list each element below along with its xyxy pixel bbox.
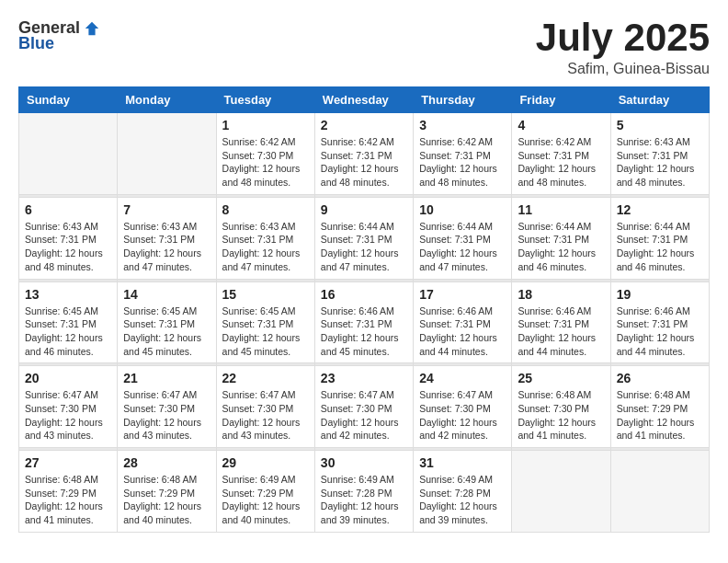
- weekday-header: Friday: [512, 87, 610, 113]
- page-header: General Blue July 2025 Safim, Guinea-Bis…: [18, 18, 710, 77]
- calendar-day-cell: 16Sunrise: 6:46 AMSunset: 7:31 PMDayligh…: [314, 282, 413, 363]
- calendar-day-cell: 22Sunrise: 6:47 AMSunset: 7:30 PMDayligh…: [216, 366, 314, 448]
- logo-icon: [84, 20, 100, 37]
- day-detail: Sunrise: 6:46 AMSunset: 7:31 PMDaylight:…: [419, 304, 506, 359]
- calendar-day-cell: 26Sunrise: 6:48 AMSunset: 7:29 PMDayligh…: [610, 366, 709, 448]
- day-number: 11: [518, 202, 604, 217]
- month-title: July 2025: [536, 18, 710, 57]
- day-detail: Sunrise: 6:44 AMSunset: 7:31 PMDaylight:…: [617, 220, 703, 274]
- day-number: 2: [321, 118, 407, 132]
- day-number: 12: [617, 202, 703, 217]
- calendar-day-cell: 19Sunrise: 6:46 AMSunset: 7:31 PMDayligh…: [610, 282, 709, 363]
- day-detail: Sunrise: 6:42 AMSunset: 7:30 PMDaylight:…: [222, 135, 309, 190]
- title-block: July 2025 Safim, Guinea-Bissau: [536, 18, 710, 77]
- day-detail: Sunrise: 6:44 AMSunset: 7:31 PMDaylight:…: [321, 220, 407, 274]
- day-detail: Sunrise: 6:48 AMSunset: 7:29 PMDaylight:…: [123, 473, 210, 527]
- day-detail: Sunrise: 6:42 AMSunset: 7:31 PMDaylight:…: [419, 135, 506, 190]
- calendar-day-cell: 18Sunrise: 6:46 AMSunset: 7:31 PMDayligh…: [512, 282, 610, 363]
- calendar-day-cell: 31Sunrise: 6:49 AMSunset: 7:28 PMDayligh…: [414, 451, 512, 533]
- logo: General Blue: [18, 18, 100, 53]
- calendar-day-cell: 7Sunrise: 6:43 AMSunset: 7:31 PMDaylight…: [118, 197, 216, 279]
- day-number: 1: [222, 118, 309, 132]
- calendar-day-cell: 4Sunrise: 6:42 AMSunset: 7:31 PMDaylight…: [512, 113, 610, 195]
- day-detail: Sunrise: 6:47 AMSunset: 7:30 PMDaylight:…: [321, 388, 407, 442]
- day-detail: Sunrise: 6:46 AMSunset: 7:31 PMDaylight:…: [617, 304, 703, 359]
- calendar-day-cell: 9Sunrise: 6:44 AMSunset: 7:31 PMDaylight…: [314, 197, 413, 279]
- day-number: 14: [123, 287, 210, 302]
- day-detail: Sunrise: 6:49 AMSunset: 7:28 PMDaylight:…: [321, 473, 407, 527]
- day-number: 21: [123, 371, 210, 385]
- calendar-header-row: SundayMondayTuesdayWednesdayThursdayFrid…: [19, 87, 710, 113]
- day-number: 17: [419, 287, 506, 302]
- weekday-header: Sunday: [19, 87, 118, 113]
- day-detail: Sunrise: 6:45 AMSunset: 7:31 PMDaylight:…: [25, 304, 111, 359]
- day-number: 20: [25, 371, 111, 385]
- calendar-day-cell: [610, 451, 709, 533]
- day-detail: Sunrise: 6:45 AMSunset: 7:31 PMDaylight:…: [123, 304, 210, 359]
- weekday-header: Monday: [118, 87, 216, 113]
- calendar-day-cell: 12Sunrise: 6:44 AMSunset: 7:31 PMDayligh…: [610, 197, 709, 279]
- day-detail: Sunrise: 6:48 AMSunset: 7:29 PMDaylight:…: [25, 473, 111, 527]
- day-number: 8: [222, 202, 309, 217]
- weekday-header: Wednesday: [314, 87, 413, 113]
- day-number: 31: [419, 455, 506, 470]
- day-detail: Sunrise: 6:45 AMSunset: 7:31 PMDaylight:…: [222, 304, 309, 359]
- calendar-week-row: 1Sunrise: 6:42 AMSunset: 7:30 PMDaylight…: [19, 113, 710, 195]
- day-number: 5: [617, 118, 703, 132]
- day-number: 7: [123, 202, 210, 217]
- calendar-day-cell: 13Sunrise: 6:45 AMSunset: 7:31 PMDayligh…: [19, 282, 118, 363]
- day-detail: Sunrise: 6:48 AMSunset: 7:30 PMDaylight:…: [518, 388, 604, 442]
- weekday-header: Tuesday: [216, 87, 314, 113]
- day-detail: Sunrise: 6:44 AMSunset: 7:31 PMDaylight:…: [419, 220, 506, 274]
- weekday-header: Thursday: [414, 87, 512, 113]
- calendar-day-cell: 5Sunrise: 6:43 AMSunset: 7:31 PMDaylight…: [610, 113, 709, 195]
- day-number: 24: [419, 371, 506, 385]
- day-number: 9: [321, 202, 407, 217]
- calendar-day-cell: [118, 113, 216, 195]
- calendar-day-cell: 15Sunrise: 6:45 AMSunset: 7:31 PMDayligh…: [216, 282, 314, 363]
- day-number: 23: [321, 371, 407, 385]
- calendar-week-row: 27Sunrise: 6:48 AMSunset: 7:29 PMDayligh…: [19, 451, 710, 533]
- day-detail: Sunrise: 6:43 AMSunset: 7:31 PMDaylight:…: [123, 220, 210, 274]
- day-detail: Sunrise: 6:47 AMSunset: 7:30 PMDaylight:…: [25, 388, 111, 442]
- day-detail: Sunrise: 6:43 AMSunset: 7:31 PMDaylight:…: [222, 220, 309, 274]
- day-number: 18: [518, 287, 604, 302]
- day-number: 6: [25, 202, 111, 217]
- calendar-week-row: 13Sunrise: 6:45 AMSunset: 7:31 PMDayligh…: [19, 282, 710, 363]
- day-detail: Sunrise: 6:47 AMSunset: 7:30 PMDaylight:…: [123, 388, 210, 442]
- calendar-day-cell: 30Sunrise: 6:49 AMSunset: 7:28 PMDayligh…: [314, 451, 413, 533]
- day-detail: Sunrise: 6:42 AMSunset: 7:31 PMDaylight:…: [518, 135, 604, 190]
- day-detail: Sunrise: 6:47 AMSunset: 7:30 PMDaylight:…: [419, 388, 506, 442]
- calendar-day-cell: 20Sunrise: 6:47 AMSunset: 7:30 PMDayligh…: [19, 366, 118, 448]
- calendar-day-cell: 29Sunrise: 6:49 AMSunset: 7:29 PMDayligh…: [216, 451, 314, 533]
- day-detail: Sunrise: 6:42 AMSunset: 7:31 PMDaylight:…: [321, 135, 407, 190]
- day-number: 4: [518, 118, 604, 132]
- day-number: 30: [321, 455, 407, 470]
- day-number: 13: [25, 287, 111, 302]
- day-detail: Sunrise: 6:48 AMSunset: 7:29 PMDaylight:…: [617, 388, 703, 442]
- calendar-day-cell: 10Sunrise: 6:44 AMSunset: 7:31 PMDayligh…: [414, 197, 512, 279]
- calendar-week-row: 20Sunrise: 6:47 AMSunset: 7:30 PMDayligh…: [19, 366, 710, 448]
- day-number: 25: [518, 371, 604, 385]
- day-detail: Sunrise: 6:44 AMSunset: 7:31 PMDaylight:…: [518, 220, 604, 274]
- day-detail: Sunrise: 6:49 AMSunset: 7:29 PMDaylight:…: [222, 473, 309, 527]
- weekday-header: Saturday: [610, 87, 709, 113]
- day-number: 15: [222, 287, 309, 302]
- day-number: 19: [617, 287, 703, 302]
- calendar-day-cell: 27Sunrise: 6:48 AMSunset: 7:29 PMDayligh…: [19, 451, 118, 533]
- logo-blue-text: Blue: [18, 34, 54, 53]
- day-number: 26: [617, 371, 703, 385]
- day-number: 28: [123, 455, 210, 470]
- location-subtitle: Safim, Guinea-Bissau: [536, 61, 710, 77]
- day-number: 10: [419, 202, 506, 217]
- calendar-week-row: 6Sunrise: 6:43 AMSunset: 7:31 PMDaylight…: [19, 197, 710, 279]
- calendar-day-cell: 3Sunrise: 6:42 AMSunset: 7:31 PMDaylight…: [414, 113, 512, 195]
- day-detail: Sunrise: 6:46 AMSunset: 7:31 PMDaylight:…: [321, 304, 407, 359]
- day-detail: Sunrise: 6:43 AMSunset: 7:31 PMDaylight:…: [617, 135, 703, 190]
- day-detail: Sunrise: 6:49 AMSunset: 7:28 PMDaylight:…: [419, 473, 506, 527]
- day-number: 22: [222, 371, 309, 385]
- calendar-day-cell: 24Sunrise: 6:47 AMSunset: 7:30 PMDayligh…: [414, 366, 512, 448]
- day-number: 3: [419, 118, 506, 132]
- day-detail: Sunrise: 6:43 AMSunset: 7:31 PMDaylight:…: [25, 220, 111, 274]
- calendar-day-cell: 25Sunrise: 6:48 AMSunset: 7:30 PMDayligh…: [512, 366, 610, 448]
